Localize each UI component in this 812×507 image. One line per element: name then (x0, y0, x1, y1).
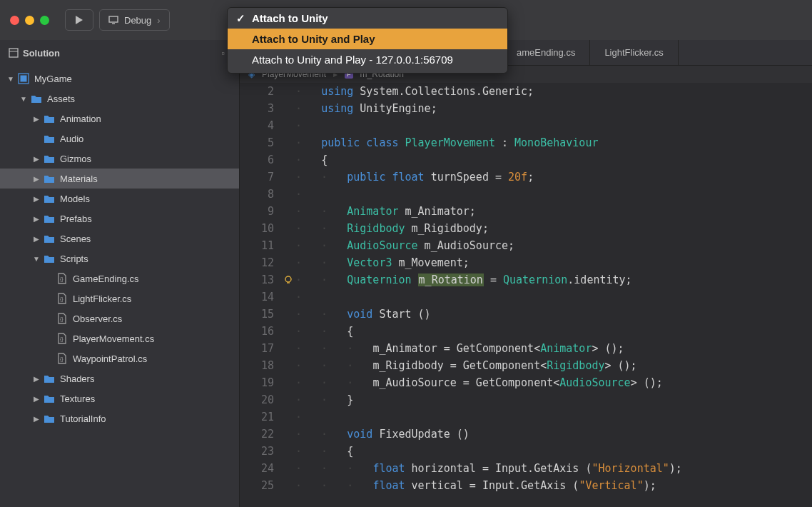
code-line[interactable]: · · Quaternion m_Rotation = Quaternion.i… (295, 271, 812, 288)
tree-item-label: Materials (60, 174, 98, 184)
configuration-picker[interactable]: Debug › (99, 9, 170, 31)
code-line[interactable]: · public class PlayerMovement : MonoBeha… (295, 134, 812, 151)
tree-folder-item[interactable]: ▶Materials (0, 169, 239, 189)
chevron-right-icon[interactable]: ▶ (33, 195, 40, 202)
code-line[interactable]: · · · m_Animator = GetComponent<Animator… (295, 340, 812, 357)
run-target-option[interactable]: Attach to Unity and Play (228, 29, 507, 49)
code-line[interactable]: · · void FixedUpdate () (295, 426, 812, 443)
tree-folder-item[interactable]: ▼Assets (0, 89, 239, 109)
close-window-button[interactable] (10, 16, 19, 25)
gutter (281, 374, 295, 391)
line-number: 4 (240, 117, 281, 134)
solution-sidebar: Solution ▫ › ▼MyGame▼Assets▶Animation▶Au… (0, 40, 240, 507)
lightbulb-icon[interactable] (281, 271, 295, 288)
run-target-option[interactable]: Attach to Unity and Play - 127.0.0.1:567… (228, 49, 507, 73)
chevron-down-icon[interactable]: ▼ (7, 75, 14, 82)
tree-file-item[interactable]: ▶{}PlayerMovement.cs (0, 328, 239, 348)
code-line[interactable]: · (295, 186, 812, 203)
gutter (281, 186, 295, 203)
chevron-right-icon[interactable]: ▶ (33, 395, 40, 402)
tree-file-item[interactable]: ▶{}WaypointPatrol.cs (0, 348, 239, 368)
line-number: 22 (240, 426, 281, 443)
code-line[interactable]: · using UnityEngine; (295, 100, 812, 117)
folder-icon (43, 252, 56, 265)
folder-icon (43, 172, 56, 185)
code-line[interactable]: · · { (295, 443, 812, 460)
tree-item-label: GameEnding.cs (73, 273, 139, 284)
tree-folder-item[interactable]: ▶Scenes (0, 229, 239, 249)
tree-item-label: Prefabs (60, 214, 92, 224)
code-editor[interactable]: 2· using System.Collections.Generic;3· u… (240, 83, 812, 507)
tree-file-item[interactable]: ▶{}GameEnding.cs (0, 268, 239, 288)
editor-area: ameEnding.csLightFlicker.cs ◈ PlayerMove… (240, 40, 812, 507)
chevron-right-icon[interactable]: ▶ (33, 175, 40, 182)
tree-item-label: WaypointPatrol.cs (73, 353, 147, 364)
tree-file-item[interactable]: ▶{}Observer.cs (0, 308, 239, 328)
gutter (281, 408, 295, 426)
tree-folder-item[interactable]: ▶Prefabs (0, 209, 239, 229)
code-line[interactable]: · · public float turnSpeed = 20f; (295, 169, 812, 186)
svg-text:{}: {} (60, 356, 64, 362)
tree-item-label: Assets (47, 94, 75, 104)
svg-rect-2 (9, 49, 18, 57)
csharp-file-icon: {} (56, 312, 68, 325)
gutter (281, 83, 295, 100)
tree-item-label: TutorialInfo (60, 413, 106, 424)
code-line[interactable]: · · Rigidbody m_Rigidbody; (295, 220, 812, 237)
tree-folder-item[interactable]: ▼MyGame (0, 69, 239, 89)
chevron-right-icon[interactable]: ▶ (33, 235, 40, 242)
tree-item-label: Textures (60, 393, 95, 404)
tree-folder-item[interactable]: ▶Shaders (0, 368, 239, 388)
run-target-option[interactable]: Attach to Unity (228, 8, 507, 29)
tree-folder-item[interactable]: ▶TutorialInfo (0, 408, 239, 428)
gutter (281, 254, 295, 271)
gutter (281, 426, 295, 443)
code-line[interactable]: · · · m_Rigidbody = GetComponent<Rigidbo… (295, 357, 812, 374)
editor-tab[interactable]: LightFlicker.cs (590, 40, 678, 65)
folder-icon (30, 92, 43, 105)
minimize-window-button[interactable] (25, 16, 34, 25)
gutter (281, 357, 295, 374)
tree-item-label: Models (60, 194, 90, 204)
tree-folder-item[interactable]: ▼Scripts (0, 249, 239, 268)
chevron-right-icon[interactable]: ▶ (33, 215, 40, 222)
code-line[interactable]: · · Vector3 m_Movement; (295, 254, 812, 271)
chevron-right-icon[interactable]: ▶ (33, 415, 40, 422)
gutter (281, 460, 295, 477)
code-line[interactable]: · · · m_AudioSource = GetComponent<Audio… (295, 374, 812, 391)
editor-tab[interactable]: ameEnding.cs (511, 40, 590, 65)
code-line[interactable]: · · Animator m_Animator; (295, 203, 812, 220)
code-line[interactable]: · · { (295, 323, 812, 340)
code-line[interactable]: · { (295, 151, 812, 169)
tree-folder-item[interactable]: ▶Models (0, 189, 239, 209)
code-line[interactable]: · (295, 288, 812, 306)
code-line[interactable]: · · · float vertical = Input.GetAxis ("V… (295, 477, 812, 494)
maximize-window-button[interactable] (40, 16, 49, 25)
gutter (281, 391, 295, 408)
code-line[interactable]: · · } (295, 391, 812, 408)
chevron-down-icon[interactable]: ▼ (20, 95, 27, 102)
code-line[interactable]: · · AudioSource m_AudioSource; (295, 237, 812, 254)
tree-folder-item[interactable]: ▶Gizmos (0, 149, 239, 169)
chevron-right-icon[interactable]: ▶ (33, 155, 40, 162)
tree-file-item[interactable]: ▶{}LightFlicker.cs (0, 288, 239, 308)
chevron-right-icon[interactable]: ▶ (33, 375, 40, 382)
gutter (281, 220, 295, 237)
tree-item-label: PlayerMovement.cs (73, 333, 154, 344)
code-line[interactable]: · using System.Collections.Generic; (295, 83, 812, 100)
tree-folder-item[interactable]: ▶Animation (0, 109, 239, 129)
chevron-right-icon[interactable]: ▶ (33, 115, 40, 122)
code-line[interactable]: · (295, 408, 812, 426)
code-line[interactable]: · (295, 117, 812, 134)
gutter (281, 443, 295, 460)
tree-folder-item[interactable]: ▶Textures (0, 388, 239, 408)
chevron-down-icon[interactable]: ▼ (33, 255, 40, 262)
run-button[interactable] (65, 9, 93, 31)
code-line[interactable]: · · void Start () (295, 306, 812, 323)
code-line[interactable]: · · · float horizontal = Input.GetAxis (… (295, 460, 812, 477)
tree-item-label: Scenes (60, 234, 91, 244)
line-number: 10 (240, 220, 281, 237)
tree-folder-item[interactable]: ▶Audio (0, 129, 239, 149)
project-icon (17, 72, 30, 85)
svg-text:{}: {} (60, 316, 64, 322)
